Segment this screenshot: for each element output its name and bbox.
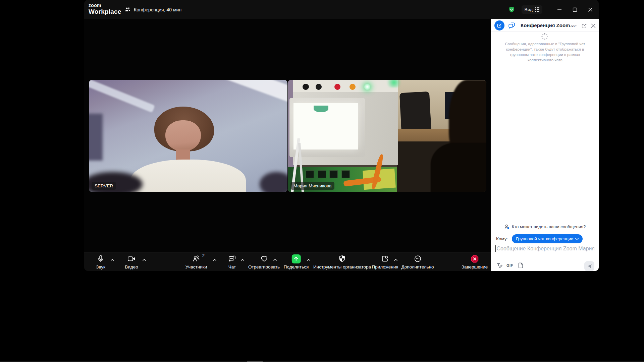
person-face bbox=[165, 120, 201, 152]
maximize-button[interactable] bbox=[569, 4, 581, 15]
pop-out-icon[interactable] bbox=[580, 22, 588, 29]
participants-group-icon bbox=[124, 6, 131, 13]
to-label: Кому: bbox=[496, 236, 508, 241]
meeting-toolbar: Звук Видео bbox=[84, 252, 491, 271]
title-bar: zoom Workplace Конференция, 40 мин bbox=[84, 0, 599, 19]
heart-icon bbox=[260, 254, 268, 263]
ethernet-port bbox=[318, 170, 326, 178]
ethernet-port bbox=[306, 170, 314, 178]
participants-count-badge: 2 bbox=[202, 253, 205, 258]
share-screen-label: Поделиться bbox=[284, 264, 309, 269]
taskbar-indicator bbox=[247, 361, 263, 362]
attach-file-icon[interactable] bbox=[518, 262, 524, 268]
end-meeting-button[interactable]: Завершение bbox=[462, 254, 488, 269]
logo-workplace-text: Workplace bbox=[89, 8, 121, 15]
apps-icon bbox=[381, 254, 389, 263]
end-meeting-label: Завершение bbox=[462, 264, 488, 269]
zoom-app-window: zoom Workplace Конференция, 40 мин bbox=[84, 0, 599, 271]
video-tile-server[interactable]: SERVER bbox=[89, 80, 287, 192]
chat-label: Чат bbox=[228, 264, 236, 269]
logo-zoom-text: zoom bbox=[89, 3, 121, 8]
participant-name-badge: SERVER bbox=[92, 182, 116, 190]
view-button[interactable]: Вид bbox=[522, 5, 542, 14]
share-screen-icon bbox=[291, 254, 301, 263]
recipient-row: Кому: Групповой чат конференции bbox=[496, 234, 583, 243]
recipient-selector[interactable]: Групповой чат конференции bbox=[512, 234, 583, 243]
video-label: Видео bbox=[125, 264, 138, 269]
audio-options-chevron[interactable] bbox=[109, 257, 116, 262]
gif-button[interactable]: GIF bbox=[506, 263, 513, 267]
chat-button[interactable]: Чат bbox=[228, 254, 236, 269]
ethernet-port bbox=[329, 170, 338, 178]
format-text-icon[interactable] bbox=[496, 262, 503, 268]
apps-label: Приложения bbox=[372, 264, 398, 269]
participants-button[interactable]: 2 Участники bbox=[185, 254, 207, 269]
meeting-security-shield-icon[interactable] bbox=[507, 5, 517, 15]
panel-button-black bbox=[303, 84, 309, 90]
composer-toolbar: GIF bbox=[491, 261, 599, 271]
panel-button-amber bbox=[350, 84, 356, 90]
video-button[interactable]: Видео bbox=[125, 254, 138, 269]
visibility-question-text: Кто может видеть ваши сообщения? bbox=[512, 224, 586, 229]
send-button[interactable] bbox=[584, 261, 594, 271]
person-visibility-icon bbox=[504, 224, 510, 230]
participants-icon: 2 bbox=[192, 254, 200, 263]
title-bar-right: Вид bbox=[507, 0, 596, 19]
chat-menu-button[interactable] bbox=[570, 22, 578, 29]
participants-options-chevron[interactable] bbox=[211, 257, 218, 262]
end-meeting-icon bbox=[470, 254, 479, 263]
loading-spinner bbox=[541, 33, 549, 41]
host-tools-label: Инструменты организатора bbox=[313, 264, 371, 269]
compose-pencil-icon bbox=[497, 23, 502, 28]
message-placeholder: Сообщение Конференция Zoom Мария… bbox=[496, 246, 594, 252]
room-window bbox=[89, 114, 103, 161]
view-label: Вид bbox=[525, 7, 533, 12]
video-options-chevron[interactable] bbox=[141, 257, 148, 262]
host-tools-button[interactable]: Инструменты организатора bbox=[313, 254, 371, 269]
chat-notice-text: Сообщения, адресованные в "Групповой чат… bbox=[499, 41, 591, 63]
view-grid-icon bbox=[535, 7, 539, 12]
more-ellipsis-icon bbox=[414, 254, 422, 263]
meeting-title: Конференция, 40 мин bbox=[134, 7, 181, 12]
recipient-name: Групповой чат конференции bbox=[516, 236, 573, 241]
video-tile-maria[interactable]: Мария Мясникова bbox=[288, 80, 486, 192]
foreground-shadow bbox=[260, 172, 287, 192]
more-button[interactable]: Дополнительно bbox=[401, 254, 434, 269]
minimize-button[interactable] bbox=[554, 4, 565, 15]
chat-icon bbox=[228, 254, 236, 263]
camera-icon bbox=[127, 254, 136, 263]
compose-button[interactable] bbox=[494, 20, 504, 31]
message-visibility-hint[interactable]: Кто может видеть ваши сообщения? bbox=[491, 222, 599, 231]
microphone-icon bbox=[97, 254, 105, 263]
ethernet-port bbox=[341, 170, 350, 178]
share-options-chevron[interactable] bbox=[305, 257, 312, 262]
chat-options-chevron[interactable] bbox=[239, 257, 246, 262]
close-window-button[interactable] bbox=[585, 4, 596, 15]
zoom-workplace-logo: zoom Workplace bbox=[89, 3, 121, 15]
chat-header: Конференция Zoom… bbox=[491, 19, 599, 32]
react-options-chevron[interactable] bbox=[272, 257, 278, 262]
ceiling-light bbox=[208, 80, 287, 104]
person-silhouette-body bbox=[431, 143, 486, 192]
host-tools-shield-icon bbox=[338, 254, 346, 263]
audio-label: Звук bbox=[96, 264, 105, 269]
participant-name-badge: Мария Мясникова bbox=[290, 182, 334, 190]
message-input[interactable]: Сообщение Конференция Zoom Мария… bbox=[495, 245, 594, 253]
participants-label: Участники bbox=[185, 264, 207, 269]
green-led-glow bbox=[385, 80, 403, 87]
close-chat-icon[interactable] bbox=[590, 22, 597, 29]
meeting-info[interactable]: Конференция, 40 мин bbox=[124, 0, 181, 19]
audio-button[interactable]: Звук bbox=[96, 254, 105, 269]
react-label: Отреагировать bbox=[248, 264, 280, 269]
more-label: Дополнительно bbox=[401, 264, 434, 269]
hidden-taskbar-strip[interactable] bbox=[0, 361, 644, 362]
ceiling-light bbox=[89, 80, 155, 113]
apps-options-chevron[interactable] bbox=[392, 257, 399, 262]
chat-panel-title: Конференция Zoom… bbox=[521, 22, 575, 28]
chevron-down-icon bbox=[575, 238, 579, 240]
person-sweater bbox=[130, 160, 246, 192]
chat-bubbles-icon[interactable] bbox=[508, 22, 516, 29]
text-caret bbox=[495, 245, 496, 252]
video-canvas: SERVER bbox=[84, 19, 491, 271]
chat-panel: Конференция Zoom… bbox=[491, 19, 599, 271]
